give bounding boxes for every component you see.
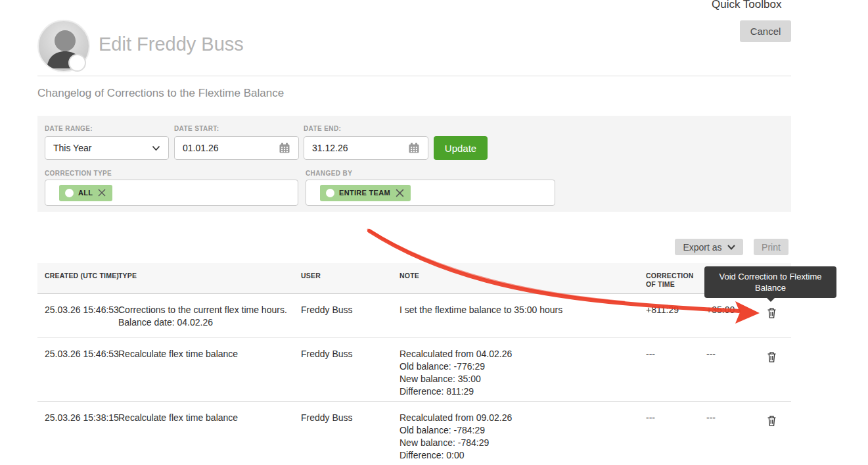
update-button[interactable]: Update [434, 136, 488, 160]
cell-created: 25.03.26 15:46:53 [45, 348, 119, 360]
column-header-note: Note [400, 272, 419, 280]
close-icon[interactable] [97, 188, 106, 197]
date-range-select[interactable]: This Year [45, 136, 169, 160]
cell-created: 25.03.26 15:38:15 [45, 412, 119, 424]
cell-balance: --- [706, 412, 716, 424]
cell-type: Recalculate flex time balance [118, 412, 290, 424]
header-divider [37, 76, 791, 76]
changelog-table: Created (UTC time) Type User Note Correc… [37, 263, 791, 465]
cell-balance: --- [706, 348, 716, 360]
export-as-button[interactable]: Export as [675, 239, 743, 255]
void-correction-tooltip: Void Correction to Flextime Balance [704, 266, 836, 298]
changed-by-tag[interactable]: ENTIRE TEAM [320, 185, 411, 201]
note-line: I set the flextime balance to 35:00 hour… [400, 304, 644, 316]
tag-dot-icon [326, 189, 334, 197]
trash-icon [766, 307, 777, 319]
chevron-down-icon [152, 145, 160, 151]
tag-dot-icon [65, 189, 74, 197]
trash-icon [766, 351, 777, 363]
column-header-created: Created (UTC time) [45, 272, 119, 280]
trash-icon [766, 415, 777, 427]
date-range-value: This Year [53, 143, 152, 153]
cancel-button[interactable]: Cancel [740, 20, 791, 42]
chevron-down-icon [727, 245, 735, 250]
note-line: Difference: 811:29 [400, 385, 644, 398]
correction-type-tag[interactable]: ALL [59, 185, 112, 201]
table-row: 25.03.26 15:38:15 Recalculate flex time … [37, 402, 791, 465]
note-line: Recalculated from 04.02.26 [400, 348, 644, 360]
date-start-input[interactable]: 01.01.26 [174, 136, 299, 160]
cell-balance: +35:00 [706, 304, 735, 316]
column-header-user: User [301, 272, 321, 280]
table-header-row: Created (UTC time) Type User Note Correc… [37, 263, 791, 294]
correction-type-filter[interactable]: ALL [45, 180, 298, 206]
quick-toolbox-title: Quick Toolbox [712, 0, 781, 11]
note-line: New balance: -784:29 [400, 437, 644, 449]
print-button[interactable]: Print [754, 239, 788, 255]
date-end-input[interactable]: 31.12.26 [304, 136, 428, 160]
date-range-label: Date range: [45, 125, 93, 132]
void-correction-button[interactable] [764, 307, 779, 322]
cell-type: Recalculate flex time balance [118, 348, 290, 360]
cell-note: Recalculated from 09.02.26 Old balance: … [400, 412, 644, 462]
note-line: Difference: 0:00 [400, 449, 644, 462]
cell-type: Corrections to the current flex time hou… [118, 304, 290, 329]
tooltip-text: Void Correction to Flextime Balance [719, 272, 821, 293]
note-line: New balance: 35:00 [400, 373, 644, 385]
date-start-label: Date start: [174, 125, 219, 132]
cell-user: Freddy Buss [301, 348, 353, 360]
cell-note: I set the flextime balance to 35:00 hour… [400, 304, 644, 316]
cell-correction: --- [646, 348, 655, 360]
cell-correction: +811:29 [646, 304, 679, 316]
quick-toolbox-page: Quick Toolbox Cancel Edit Freddy Buss Ch… [0, 0, 868, 465]
date-end-value: 31.12.26 [312, 143, 408, 153]
avatar-status-badge [68, 54, 86, 72]
filter-panel: Date range: This Year Date start: 01.01.… [37, 116, 791, 212]
cell-user: Freddy Buss [301, 304, 353, 316]
changed-by-filter[interactable]: ENTIRE TEAM [306, 180, 555, 206]
cell-created: 25.03.26 15:46:53 [45, 304, 119, 316]
note-line: Old balance: -784:29 [400, 424, 644, 437]
column-header-correction-of-time: Correction of time [646, 272, 689, 289]
page-title: Edit Freddy Buss [99, 34, 244, 55]
correction-type-label: Correction type [45, 170, 112, 177]
void-correction-button[interactable] [764, 351, 779, 366]
table-row: 25.03.26 15:46:53 Corrections to the cur… [37, 294, 791, 338]
calendar-icon[interactable] [279, 142, 290, 154]
section-title: Changelog of Corrections to the Flextime… [37, 87, 284, 100]
close-icon[interactable] [395, 188, 405, 198]
calendar-icon[interactable] [408, 142, 420, 154]
export-as-label: Export as [683, 242, 721, 253]
cell-note: Recalculated from 04.02.26 Old balance: … [400, 348, 644, 398]
changed-by-label: Changed by [306, 170, 352, 177]
date-start-value: 01.01.26 [183, 143, 279, 153]
column-header-type: Type [118, 272, 137, 280]
date-end-label: Date end: [304, 125, 341, 132]
table-row: 25.03.26 15:46:53 Recalculate flex time … [37, 338, 791, 402]
note-line: Recalculated from 09.02.26 [400, 412, 644, 424]
cell-user: Freddy Buss [301, 412, 353, 424]
cell-correction: --- [646, 412, 655, 424]
tooltip-caret [767, 298, 775, 302]
note-line: Old balance: -776:29 [400, 360, 644, 373]
correction-type-tag-label: ALL [78, 189, 93, 197]
changed-by-tag-label: ENTIRE TEAM [339, 189, 390, 197]
void-correction-button[interactable] [764, 415, 779, 430]
